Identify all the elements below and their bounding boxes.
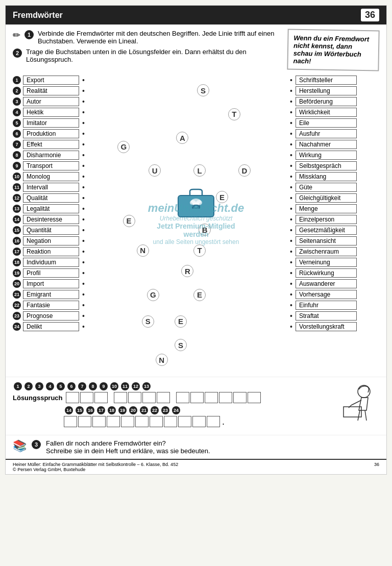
word-label: Negation [23, 236, 79, 245]
right-dot: • [290, 301, 292, 309]
word-dot: • [82, 323, 85, 331]
word-dot: • [82, 97, 85, 106]
right-word-item: • Nachahmer [290, 140, 379, 149]
left-word-item: 15 Quantität • [13, 226, 102, 235]
right-word-item: • Auswanderer [290, 279, 379, 288]
solution-box[interactable] [92, 416, 106, 427]
instruction-row-1: ✏ 1 Verbinde die Fremdwörter mit den deu… [13, 30, 282, 45]
middle-letter: N [156, 354, 168, 366]
word-label: Transport [23, 161, 79, 170]
right-dot: • [290, 162, 292, 170]
solution-box[interactable] [157, 392, 170, 403]
sol-num: 23 [161, 406, 169, 414]
sol-num: 11 [121, 382, 129, 390]
solution-box[interactable] [78, 416, 91, 427]
right-dot: • [290, 173, 292, 181]
left-word-item: 23 Prognose • [13, 311, 102, 321]
solution-boxes-group1 [66, 392, 261, 403]
svg-rect-6 [193, 203, 199, 205]
right-dot: • [290, 194, 292, 202]
left-word-item: 1 Export • [13, 76, 102, 85]
word-number: 14 [13, 215, 21, 224]
word-number: 3 [13, 97, 21, 106]
middle-letter: G [117, 141, 130, 153]
word-number: 23 [13, 312, 21, 320]
solution-box[interactable] [80, 392, 93, 403]
left-word-item: 9 Transport • [13, 161, 102, 170]
footer: Heiner Müller: Einfache Grammatikblätter… [6, 459, 386, 474]
word-dot: • [82, 215, 85, 224]
solution-box[interactable] [150, 416, 163, 427]
word-label: Autor [23, 97, 79, 106]
right-dot: • [290, 183, 292, 191]
solution-box[interactable] [207, 416, 220, 427]
solution-period: . [222, 416, 225, 427]
pencil-icon: ✏ [13, 30, 20, 41]
solution-num-row1: 12345678910111213 [13, 382, 328, 390]
sol-num: 20 [129, 406, 137, 414]
sol-num: 1 [14, 382, 22, 390]
word-label: Profil [23, 268, 79, 278]
solution-box[interactable] [142, 392, 156, 403]
solution-box[interactable] [205, 392, 218, 403]
solution-box[interactable] [107, 416, 120, 427]
student-illustration [333, 382, 379, 430]
footer-left: Heiner Müller: Einfache Grammatikblätter… [13, 462, 178, 472]
solution-box[interactable] [164, 416, 177, 427]
solution-num-row2: 1415161718192021222324 [64, 406, 328, 414]
hint-text: Wenn du ein Fremdwort nicht kennst, dann… [293, 34, 369, 65]
right-word-item: • Beförderung [290, 97, 379, 106]
word-number: 1 [13, 76, 21, 84]
right-word-item: • Straftat [290, 311, 379, 321]
solution-box[interactable] [248, 392, 261, 403]
right-dot: • [290, 248, 292, 256]
word-label: Fantasie [23, 301, 79, 310]
right-word-item: • Gleichgültigkeit [290, 193, 379, 203]
left-word-item: 24 Delikt • [13, 322, 102, 331]
word-dot: • [82, 269, 85, 277]
right-dot: • [290, 312, 292, 320]
solution-box[interactable] [190, 392, 204, 403]
word-dot: • [82, 162, 85, 170]
solution-box[interactable] [178, 416, 191, 427]
right-dot: • [290, 151, 292, 159]
book-icon: 📚 [13, 439, 27, 453]
right-word-label: Selbstgespräch [296, 161, 357, 170]
right-dot: • [290, 269, 292, 277]
right-word-label: Beförderung [296, 97, 357, 106]
right-word-label: Vorhersage [296, 290, 357, 299]
word-label: Delikt [23, 322, 79, 331]
solution-box[interactable] [233, 392, 247, 403]
word-number: 6 [13, 130, 21, 138]
word-label: Disharmonie [23, 151, 79, 160]
solution-box[interactable] [219, 392, 232, 403]
word-label: Reaktion [23, 247, 79, 256]
solution-box[interactable] [121, 416, 134, 427]
solution-box[interactable] [94, 392, 108, 403]
word-dot: • [82, 140, 85, 149]
left-word-item: 2 Realität • [13, 86, 102, 95]
word-label: Imitator [23, 118, 79, 128]
right-word-item: • Seitenansicht [290, 236, 379, 245]
word-number: 11 [13, 183, 21, 191]
right-word-label: Schriftsteller [296, 76, 357, 85]
solution-box[interactable] [176, 392, 189, 403]
solution-box[interactable] [135, 416, 149, 427]
right-word-item: • Herstellung [290, 86, 379, 95]
word-number: 10 [13, 173, 21, 181]
solution-row-wrap: 12345678910111213 Lösungsspruch 14151617… [13, 382, 379, 430]
solution-box[interactable] [64, 416, 77, 427]
instruction-row-2: 2 Trage die Buchstaben unten in die Lösu… [13, 48, 282, 63]
solution-box[interactable] [128, 392, 141, 403]
solution-box[interactable] [192, 416, 206, 427]
solution-box[interactable] [66, 392, 79, 403]
sol-num: 18 [108, 406, 116, 414]
right-word-item: • Ausfuhr [290, 129, 379, 138]
right-word-label: Menge [296, 204, 357, 213]
solution-box[interactable] [114, 392, 127, 403]
sol-num: 3 [35, 382, 43, 390]
right-word-item: • Selbstgespräch [290, 161, 379, 170]
step-1-text: Verbinde die Fremdwörter mit den deutsch… [38, 30, 282, 45]
svg-line-10 [358, 410, 360, 421]
right-word-label: Verneinung [296, 258, 357, 267]
